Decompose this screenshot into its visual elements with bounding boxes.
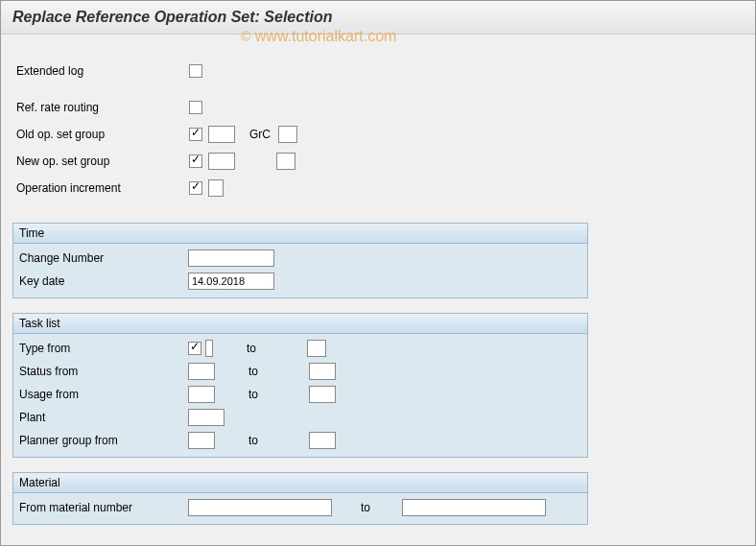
task-list-section-title: Task list	[13, 314, 587, 334]
operation-increment-label: Operation increment	[16, 181, 189, 195]
type-from-input[interactable]	[205, 340, 213, 357]
task-list-section: Task list Type from to Status from to Us…	[12, 313, 588, 458]
planner-group-from-label: Planner group from	[19, 434, 188, 447]
status-from-label: Status from	[19, 365, 188, 378]
type-to-label: to	[247, 342, 266, 355]
to-material-input[interactable]	[402, 499, 546, 516]
usage-from-label: Usage from	[19, 388, 188, 401]
change-number-label: Change Number	[19, 251, 188, 265]
ref-rate-routing-checkbox[interactable]	[189, 101, 202, 114]
grc-input[interactable]	[278, 126, 297, 143]
key-date-label: Key date	[19, 274, 188, 288]
extended-log-label: Extended log	[16, 64, 189, 78]
planner-group-to-input[interactable]	[309, 432, 336, 449]
extended-log-checkbox[interactable]	[189, 64, 202, 78]
key-date-input[interactable]	[188, 273, 274, 290]
usage-to-label: to	[248, 388, 268, 401]
type-from-checkbox[interactable]	[188, 342, 201, 355]
operation-increment-checkbox[interactable]	[189, 181, 202, 195]
material-to-label: to	[361, 501, 380, 514]
plant-input[interactable]	[188, 409, 224, 426]
status-to-label: to	[248, 365, 268, 378]
top-fields: Extended log Ref. rate routing Old op. s…	[12, 46, 744, 208]
type-from-label: Type from	[19, 342, 188, 355]
usage-from-input[interactable]	[188, 386, 215, 403]
planner-group-from-input[interactable]	[188, 432, 215, 449]
old-op-set-group-checkbox[interactable]	[189, 128, 202, 141]
old-op-set-group-input[interactable]	[208, 126, 235, 143]
planner-group-to-label: to	[248, 434, 268, 447]
grc-label: GrC	[249, 128, 271, 141]
page-title: Replace Reference Operation Set: Selecti…	[1, 1, 755, 35]
old-op-set-group-label: Old op. set group	[16, 128, 189, 141]
new-op-set-group-checkbox[interactable]	[189, 154, 202, 168]
plant-label: Plant	[19, 411, 188, 424]
type-to-input[interactable]	[307, 340, 326, 357]
time-section-title: Time	[13, 224, 587, 244]
change-number-input[interactable]	[188, 249, 274, 267]
operation-increment-input[interactable]	[208, 179, 224, 197]
usage-to-input[interactable]	[309, 386, 336, 403]
from-material-label: From material number	[19, 501, 188, 514]
grc2-input[interactable]	[276, 153, 295, 170]
new-op-set-group-label: New op. set group	[16, 154, 189, 168]
status-to-input[interactable]	[309, 363, 336, 380]
ref-rate-routing-label: Ref. rate routing	[16, 101, 189, 114]
status-from-input[interactable]	[188, 363, 215, 380]
from-material-input[interactable]	[188, 499, 332, 516]
material-section: Material From material number to	[12, 472, 588, 525]
new-op-set-group-input[interactable]	[208, 153, 235, 170]
material-section-title: Material	[13, 473, 587, 493]
time-section: Time Change Number Key date	[12, 223, 588, 298]
